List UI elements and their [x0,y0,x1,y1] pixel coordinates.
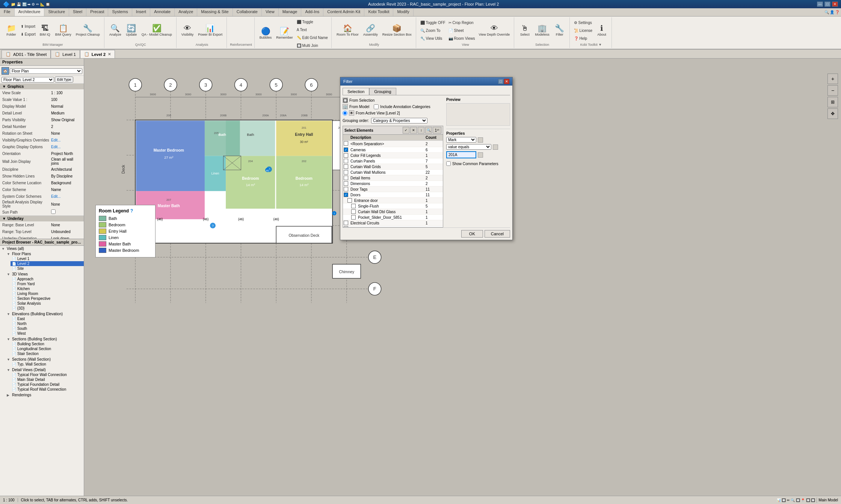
view-name-selector[interactable]: Floor Plan: Level 2 [2,77,54,83]
tree-level2[interactable]: 📄Level 2 [11,261,84,266]
filter-row-cameras[interactable]: ✓ Cameras 6 [343,147,443,153]
tree-floor-plans-label[interactable]: ▼ Floor Plans [5,251,84,256]
tree-3d-views-label[interactable]: ▼ 3D Views [5,272,84,277]
show-common-params-cb[interactable] [446,161,451,166]
tree-typ-wall-section[interactable]: 📄Typ. Wall Section [11,362,84,367]
tree-foundation[interactable]: 📄Typical Foundation Detail [11,382,84,387]
btn-import[interactable]: ⬆ Import [20,23,37,30]
filter-row-cw-mullions[interactable]: Curtain Wall Mullions 22 [343,170,443,175]
filter-row-doors[interactable]: ✓ Doors 11 [343,192,443,198]
btn-power-bi[interactable]: 📊Power BI Export [196,18,224,42]
tab-file[interactable]: File [0,8,15,16]
fit-view-btn[interactable]: ⊞ [827,97,838,107]
tab-massing[interactable]: Massing & Site [197,8,233,16]
filter-close-btn[interactable]: ✕ [504,79,509,84]
cb-entourage[interactable] [344,226,348,227]
pan-btn[interactable]: ✥ [827,108,838,119]
props-graphics-header[interactable]: ▼ Graphics [0,84,84,89]
btn-zoom-to[interactable]: 🔍 Zoom To [419,27,447,34]
tree-stair-section[interactable]: 📄Stair Section [11,351,84,356]
filter-row-entrance-door[interactable]: Entrance door 1 [343,198,443,203]
sun-path-checkbox[interactable] [51,209,56,214]
filter-active-view-radio[interactable] [343,111,347,116]
tree-elevations-label[interactable]: ▼ Elevations (Building Elevation) [5,311,84,316]
filter-tab-selection[interactable]: Selection [343,88,369,95]
btn-room-views[interactable]: 📷 Room Views [447,35,476,42]
tab-precast[interactable]: Precast [86,8,108,16]
btn-assembly[interactable]: 🔗Assembly [361,18,380,42]
props-underlay-header[interactable]: ▼Underlay [0,216,84,221]
tree-sections-building-label[interactable]: ▼ Sections (Building Section) [5,337,84,342]
filter-row-elec-circuits[interactable]: Electrical Circuits 1 [343,220,443,226]
btn-filter[interactable]: 🔧Filter [552,18,567,42]
filter-val-clear-btn[interactable] [478,152,483,158]
sys-color-link[interactable]: Edit... [51,194,61,199]
filter-maximize-btn[interactable]: □ [498,79,503,84]
edit-type-btn[interactable]: Edit Type [55,77,73,83]
cb-cw-mullions[interactable] [344,170,348,175]
tree-section-perspective[interactable]: 📄Section Perspective [11,296,84,301]
tree-south[interactable]: 📄South [11,326,84,331]
btn-view-depth[interactable]: 👁View Depth Override [477,18,512,42]
tree-site[interactable]: 📄Site [11,266,84,271]
btn-toggle[interactable]: ⬛ Toggle [296,18,329,26]
btn-bim-iq[interactable]: 🏗BIM IQ [38,18,53,42]
cb-door-tags[interactable] [344,187,348,191]
btn-help[interactable]: ❓ Help [573,35,593,42]
tree-roof-wall-conn[interactable]: 📄Typical Roof Wall Connection [11,387,84,392]
filter-row-curtain-panels[interactable]: Curtain Panels 7 [343,158,443,164]
filter-row-entourage[interactable]: Entourage 1 [343,226,443,227]
tab-analyze[interactable]: Analyze [175,8,197,16]
tab-steel[interactable]: Steel [69,8,86,16]
graphic-display-link[interactable]: Edit... [51,145,61,149]
tree-level1[interactable]: 📄Level 1 [11,256,84,261]
tab-level1[interactable]: 📋 Level 1 [51,50,80,58]
tree-main-stair[interactable]: 📄Main Stair Detail [11,377,84,382]
btn-crop-region[interactable]: ✂ Crop Region [447,19,476,26]
cb-doors[interactable]: ✓ [344,193,348,197]
zoom-out-btn[interactable]: − [827,85,838,96]
tab-modify[interactable]: Modify [393,8,413,16]
filter-tab-grouping[interactable]: Grouping [369,88,396,95]
filter-value-input[interactable] [446,151,476,158]
btn-remember[interactable]: 📝Remember [274,22,295,46]
maximize-btn[interactable]: □ [824,2,830,7]
close-level2-icon[interactable]: ✕ [108,52,111,56]
tree-solar-analysis[interactable]: 📄Solar Analysis [11,301,84,306]
tab-systems[interactable]: Systems [108,8,132,16]
filter-row-cw-grids[interactable]: Curtain Wall Grids 5 [343,164,443,170]
filter-operator-select[interactable]: value equals [446,144,491,150]
tree-building-section[interactable]: 📄Building Section [11,342,84,346]
filter-row-pocket-slider[interactable]: Pocket_Slider_Door_5851 1 [343,215,443,220]
tab-kobi[interactable]: Kobi Toolkit [364,8,393,16]
tab-insert[interactable]: Insert [132,8,151,16]
tree-longitudinal[interactable]: 📄Longitudinal Section [11,346,84,351]
filter-uncheck-all-btn[interactable]: ✕ [410,127,417,134]
tree-west[interactable]: 📄West [11,331,84,336]
tree-3d[interactable]: 📄{3D} [11,306,84,311]
filter-row-detail-items[interactable]: Detail Items 2 [343,175,443,181]
btn-bim-query[interactable]: 📋BIM Query [53,18,73,42]
filter-ok-btn[interactable]: OK [461,230,483,238]
filter-row-room-sep[interactable]: <Room Separation> 2 [343,141,443,147]
filter-row-dimensions[interactable]: Dimensions 2 [343,181,443,187]
filter-1st-btn[interactable]: 1ˢᵗ [433,127,441,134]
tab-content-admin[interactable]: Content Admin Kit [323,8,364,16]
filter-row-cw-dbl-glass[interactable]: Curtain Wall Dbl Glass 1 [343,209,443,215]
btn-select[interactable]: 🖱Select [517,18,532,42]
tree-floor-wall-conn[interactable]: 📄Typical Floor Wall Connection [11,372,84,377]
tree-east[interactable]: 📄East [11,316,84,321]
tab-manage[interactable]: Manage [279,8,302,16]
tree-living-room[interactable]: 📄Living Room [11,291,84,296]
tree-renderings-label[interactable]: ▶ Renderings [5,393,84,397]
tab-view[interactable]: View [262,8,279,16]
btn-sheet[interactable]: 📄 Sheet [447,27,476,34]
btn-folder[interactable]: 📁Folder [4,18,19,42]
tree-sections-wall-label[interactable]: ▼ Sections (Wall Section) [5,357,84,362]
tab-structure[interactable]: Structure [44,8,69,16]
cb-entrance-door[interactable] [347,198,352,203]
type-selector[interactable]: Floor Plan [10,68,82,74]
tab-addins[interactable]: Add-Ins [301,8,323,16]
tab-level2[interactable]: 📋 Level 2 ✕ [80,50,115,58]
cb-pocket-slider[interactable] [351,215,356,220]
